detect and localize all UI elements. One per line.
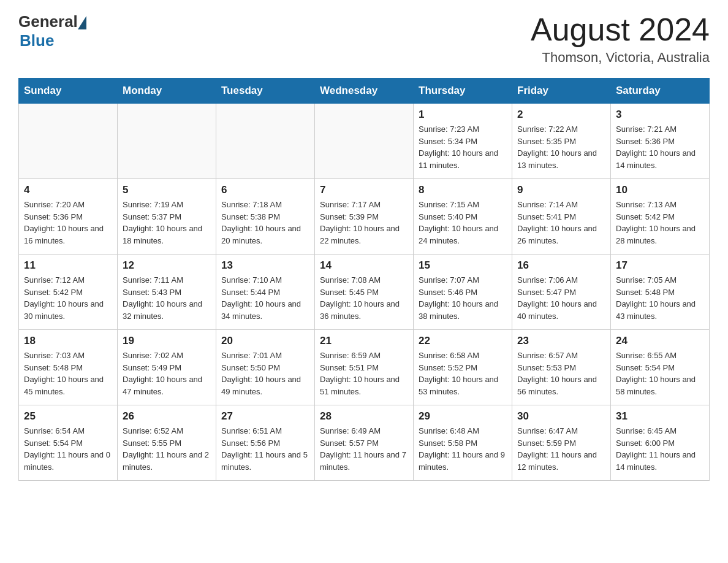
day-number: 30 xyxy=(517,410,605,423)
calendar-table: SundayMondayTuesdayWednesdayThursdayFrid… xyxy=(18,78,710,481)
calendar-header-row: SundayMondayTuesdayWednesdayThursdayFrid… xyxy=(19,79,710,104)
calendar-day-cell: 29Sunrise: 6:48 AM Sunset: 5:58 PM Dayli… xyxy=(414,405,512,481)
logo: General Blue xyxy=(18,12,86,50)
calendar-day-cell: 30Sunrise: 6:47 AM Sunset: 5:59 PM Dayli… xyxy=(512,405,611,481)
day-info: Sunrise: 7:02 AM Sunset: 5:49 PM Dayligh… xyxy=(123,350,211,397)
day-info: Sunrise: 7:15 AM Sunset: 5:40 PM Dayligh… xyxy=(419,199,507,247)
calendar-day-cell: 18Sunrise: 7:03 AM Sunset: 5:48 PM Dayli… xyxy=(19,330,118,405)
calendar-day-cell: 3Sunrise: 7:21 AM Sunset: 5:36 PM Daylig… xyxy=(611,104,710,179)
day-info: Sunrise: 7:12 AM Sunset: 5:42 PM Dayligh… xyxy=(24,274,112,322)
calendar-day-cell: 13Sunrise: 7:10 AM Sunset: 5:44 PM Dayli… xyxy=(216,255,315,330)
day-info: Sunrise: 7:22 AM Sunset: 5:35 PM Dayligh… xyxy=(517,123,605,171)
day-number: 21 xyxy=(320,335,408,347)
calendar-day-cell: 23Sunrise: 6:57 AM Sunset: 5:53 PM Dayli… xyxy=(512,330,611,405)
calendar-day-cell: 2Sunrise: 7:22 AM Sunset: 5:35 PM Daylig… xyxy=(512,104,611,179)
day-number: 12 xyxy=(123,259,211,272)
day-info: Sunrise: 7:07 AM Sunset: 5:46 PM Dayligh… xyxy=(419,274,507,322)
calendar-day-cell: 22Sunrise: 6:58 AM Sunset: 5:52 PM Dayli… xyxy=(414,330,512,405)
calendar-day-cell: 8Sunrise: 7:15 AM Sunset: 5:40 PM Daylig… xyxy=(414,179,512,255)
day-info: Sunrise: 6:49 AM Sunset: 5:57 PM Dayligh… xyxy=(320,425,408,473)
calendar-day-header: Thursday xyxy=(414,79,512,104)
day-number: 15 xyxy=(419,259,507,272)
day-info: Sunrise: 7:03 AM Sunset: 5:48 PM Dayligh… xyxy=(24,350,112,397)
calendar-day-cell: 5Sunrise: 7:19 AM Sunset: 5:37 PM Daylig… xyxy=(118,179,216,255)
month-title: August 2024 xyxy=(531,12,710,47)
day-info: Sunrise: 6:51 AM Sunset: 5:56 PM Dayligh… xyxy=(221,425,309,473)
calendar-day-cell: 19Sunrise: 7:02 AM Sunset: 5:49 PM Dayli… xyxy=(118,330,216,405)
day-number: 9 xyxy=(517,184,605,196)
calendar-day-cell: 24Sunrise: 6:55 AM Sunset: 5:54 PM Dayli… xyxy=(611,330,710,405)
logo-triangle-icon xyxy=(78,16,86,29)
day-info: Sunrise: 6:48 AM Sunset: 5:58 PM Dayligh… xyxy=(419,425,507,473)
calendar-day-cell xyxy=(118,104,216,179)
page-header: General Blue August 2024 Thomson, Victor… xyxy=(18,12,710,66)
day-number: 1 xyxy=(419,109,507,121)
calendar-day-header: Sunday xyxy=(19,79,118,104)
day-info: Sunrise: 6:47 AM Sunset: 5:59 PM Dayligh… xyxy=(517,425,605,473)
day-number: 6 xyxy=(221,184,309,196)
logo-blue-text: Blue xyxy=(20,31,54,50)
calendar-day-cell: 20Sunrise: 7:01 AM Sunset: 5:50 PM Dayli… xyxy=(216,330,315,405)
calendar-day-header: Monday xyxy=(118,79,216,104)
calendar-day-cell: 15Sunrise: 7:07 AM Sunset: 5:46 PM Dayli… xyxy=(414,255,512,330)
day-number: 25 xyxy=(24,410,112,423)
calendar-day-cell: 11Sunrise: 7:12 AM Sunset: 5:42 PM Dayli… xyxy=(19,255,118,330)
calendar-day-cell: 27Sunrise: 6:51 AM Sunset: 5:56 PM Dayli… xyxy=(216,405,315,481)
header-right: August 2024 Thomson, Victoria, Australia xyxy=(531,12,710,66)
day-info: Sunrise: 7:10 AM Sunset: 5:44 PM Dayligh… xyxy=(221,274,309,322)
day-number: 19 xyxy=(123,335,211,347)
day-number: 31 xyxy=(616,410,704,423)
calendar-day-header: Friday xyxy=(512,79,611,104)
day-info: Sunrise: 7:17 AM Sunset: 5:39 PM Dayligh… xyxy=(320,199,408,247)
day-info: Sunrise: 7:18 AM Sunset: 5:38 PM Dayligh… xyxy=(221,199,309,247)
day-info: Sunrise: 6:54 AM Sunset: 5:54 PM Dayligh… xyxy=(24,425,112,473)
day-info: Sunrise: 7:14 AM Sunset: 5:41 PM Dayligh… xyxy=(517,199,605,247)
calendar-day-cell: 28Sunrise: 6:49 AM Sunset: 5:57 PM Dayli… xyxy=(315,405,414,481)
day-number: 2 xyxy=(517,109,605,121)
calendar-day-cell: 9Sunrise: 7:14 AM Sunset: 5:41 PM Daylig… xyxy=(512,179,611,255)
calendar-day-header: Wednesday xyxy=(315,79,414,104)
day-info: Sunrise: 6:57 AM Sunset: 5:53 PM Dayligh… xyxy=(517,350,605,397)
day-number: 26 xyxy=(123,410,211,423)
day-info: Sunrise: 7:05 AM Sunset: 5:48 PM Dayligh… xyxy=(616,274,704,322)
calendar-day-cell xyxy=(216,104,315,179)
calendar-day-cell: 26Sunrise: 6:52 AM Sunset: 5:55 PM Dayli… xyxy=(118,405,216,481)
day-number: 8 xyxy=(419,184,507,196)
calendar-day-cell: 4Sunrise: 7:20 AM Sunset: 5:36 PM Daylig… xyxy=(19,179,118,255)
logo-general-text: General xyxy=(18,12,78,31)
day-number: 24 xyxy=(616,335,704,347)
day-number: 11 xyxy=(24,259,112,272)
day-info: Sunrise: 6:45 AM Sunset: 6:00 PM Dayligh… xyxy=(616,425,704,473)
day-number: 7 xyxy=(320,184,408,196)
day-number: 14 xyxy=(320,259,408,272)
day-number: 16 xyxy=(517,259,605,272)
day-info: Sunrise: 7:20 AM Sunset: 5:36 PM Dayligh… xyxy=(24,199,112,247)
calendar-day-cell: 14Sunrise: 7:08 AM Sunset: 5:45 PM Dayli… xyxy=(315,255,414,330)
day-number: 13 xyxy=(221,259,309,272)
day-number: 27 xyxy=(221,410,309,423)
day-info: Sunrise: 7:23 AM Sunset: 5:34 PM Dayligh… xyxy=(419,123,507,171)
day-info: Sunrise: 7:13 AM Sunset: 5:42 PM Dayligh… xyxy=(616,199,704,247)
calendar-week-row: 18Sunrise: 7:03 AM Sunset: 5:48 PM Dayli… xyxy=(19,330,710,405)
calendar-day-cell: 17Sunrise: 7:05 AM Sunset: 5:48 PM Dayli… xyxy=(611,255,710,330)
day-number: 22 xyxy=(419,335,507,347)
calendar-week-row: 4Sunrise: 7:20 AM Sunset: 5:36 PM Daylig… xyxy=(19,179,710,255)
day-number: 23 xyxy=(517,335,605,347)
calendar-day-cell: 10Sunrise: 7:13 AM Sunset: 5:42 PM Dayli… xyxy=(611,179,710,255)
calendar-week-row: 11Sunrise: 7:12 AM Sunset: 5:42 PM Dayli… xyxy=(19,255,710,330)
day-info: Sunrise: 7:11 AM Sunset: 5:43 PM Dayligh… xyxy=(123,274,211,322)
day-number: 28 xyxy=(320,410,408,423)
day-info: Sunrise: 7:08 AM Sunset: 5:45 PM Dayligh… xyxy=(320,274,408,322)
day-number: 10 xyxy=(616,184,704,196)
day-info: Sunrise: 6:58 AM Sunset: 5:52 PM Dayligh… xyxy=(419,350,507,397)
calendar-day-header: Tuesday xyxy=(216,79,315,104)
calendar-day-cell xyxy=(19,104,118,179)
day-number: 3 xyxy=(616,109,704,121)
calendar-day-cell: 21Sunrise: 6:59 AM Sunset: 5:51 PM Dayli… xyxy=(315,330,414,405)
day-info: Sunrise: 7:06 AM Sunset: 5:47 PM Dayligh… xyxy=(517,274,605,322)
calendar-day-cell: 6Sunrise: 7:18 AM Sunset: 5:38 PM Daylig… xyxy=(216,179,315,255)
day-info: Sunrise: 6:52 AM Sunset: 5:55 PM Dayligh… xyxy=(123,425,211,473)
day-number: 18 xyxy=(24,335,112,347)
calendar-day-cell: 16Sunrise: 7:06 AM Sunset: 5:47 PM Dayli… xyxy=(512,255,611,330)
calendar-day-cell: 31Sunrise: 6:45 AM Sunset: 6:00 PM Dayli… xyxy=(611,405,710,481)
